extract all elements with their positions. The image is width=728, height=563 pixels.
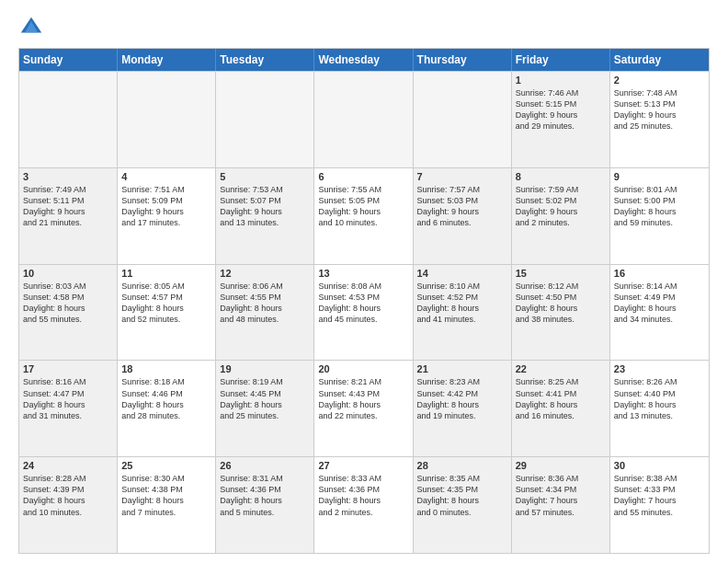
week-5: 24Sunrise: 8:28 AM Sunset: 4:39 PM Dayli…: [19, 456, 709, 553]
day-info: Sunrise: 7:46 AM Sunset: 5:15 PM Dayligh…: [516, 87, 606, 132]
day-info: Sunrise: 8:08 AM Sunset: 4:53 PM Dayligh…: [318, 281, 408, 326]
week-4: 17Sunrise: 8:16 AM Sunset: 4:47 PM Dayli…: [19, 360, 709, 456]
day-info: Sunrise: 7:48 AM Sunset: 5:13 PM Dayligh…: [614, 87, 705, 132]
day-number: 12: [220, 268, 310, 279]
day-number: 6: [318, 171, 408, 182]
day-number: 18: [121, 363, 211, 374]
day-cell-10: 10Sunrise: 8:03 AM Sunset: 4:58 PM Dayli…: [19, 265, 118, 361]
day-info: Sunrise: 8:12 AM Sunset: 4:50 PM Dayligh…: [516, 281, 606, 326]
day-info: Sunrise: 8:10 AM Sunset: 4:52 PM Dayligh…: [417, 281, 507, 326]
day-cell-6: 6Sunrise: 7:55 AM Sunset: 5:05 PM Daylig…: [314, 168, 413, 264]
day-number: 26: [220, 460, 310, 471]
day-cell-15: 15Sunrise: 8:12 AM Sunset: 4:50 PM Dayli…: [512, 265, 610, 361]
day-cell-14: 14Sunrise: 8:10 AM Sunset: 4:52 PM Dayli…: [414, 265, 512, 361]
day-info: Sunrise: 8:30 AM Sunset: 4:38 PM Dayligh…: [121, 473, 211, 518]
day-cell-28: 28Sunrise: 8:35 AM Sunset: 4:35 PM Dayli…: [414, 457, 512, 553]
day-info: Sunrise: 8:21 AM Sunset: 4:43 PM Dayligh…: [318, 376, 408, 421]
day-info: Sunrise: 7:59 AM Sunset: 5:02 PM Dayligh…: [516, 184, 606, 229]
day-cell-23: 23Sunrise: 8:26 AM Sunset: 4:40 PM Dayli…: [610, 361, 709, 456]
day-number: 11: [121, 268, 211, 279]
logo-icon: [18, 15, 44, 40]
empty-cell: [314, 72, 413, 167]
day-info: Sunrise: 8:18 AM Sunset: 4:46 PM Dayligh…: [121, 376, 211, 421]
day-number: 25: [121, 460, 211, 471]
day-cell-25: 25Sunrise: 8:30 AM Sunset: 4:38 PM Dayli…: [118, 457, 216, 553]
day-cell-26: 26Sunrise: 8:31 AM Sunset: 4:36 PM Dayli…: [216, 457, 314, 553]
day-number: 20: [318, 363, 408, 374]
header: [18, 15, 710, 40]
day-number: 13: [318, 268, 408, 279]
day-number: 15: [516, 268, 606, 279]
week-3: 10Sunrise: 8:03 AM Sunset: 4:58 PM Dayli…: [19, 264, 709, 361]
day-number: 22: [516, 363, 606, 374]
day-header-sunday: Sunday: [19, 49, 118, 71]
calendar: SundayMondayTuesdayWednesdayThursdayFrid…: [18, 48, 710, 554]
day-number: 3: [23, 171, 113, 182]
day-info: Sunrise: 8:25 AM Sunset: 4:41 PM Dayligh…: [516, 376, 606, 421]
empty-cell: [216, 72, 314, 167]
weeks: 1Sunrise: 7:46 AM Sunset: 5:15 PM Daylig…: [19, 71, 709, 553]
day-cell-29: 29Sunrise: 8:36 AM Sunset: 4:34 PM Dayli…: [512, 457, 610, 553]
day-info: Sunrise: 8:16 AM Sunset: 4:47 PM Dayligh…: [23, 376, 113, 421]
day-info: Sunrise: 8:06 AM Sunset: 4:55 PM Dayligh…: [220, 281, 310, 326]
day-cell-4: 4Sunrise: 7:51 AM Sunset: 5:09 PM Daylig…: [118, 168, 216, 264]
day-cell-17: 17Sunrise: 8:16 AM Sunset: 4:47 PM Dayli…: [19, 361, 118, 456]
day-cell-20: 20Sunrise: 8:21 AM Sunset: 4:43 PM Dayli…: [314, 361, 413, 456]
empty-cell: [19, 72, 118, 167]
day-cell-18: 18Sunrise: 8:18 AM Sunset: 4:46 PM Dayli…: [118, 361, 216, 456]
day-number: 24: [23, 460, 113, 471]
day-cell-22: 22Sunrise: 8:25 AM Sunset: 4:41 PM Dayli…: [512, 361, 610, 456]
day-number: 17: [23, 363, 113, 374]
day-cell-27: 27Sunrise: 8:33 AM Sunset: 4:36 PM Dayli…: [314, 457, 413, 553]
day-cell-13: 13Sunrise: 8:08 AM Sunset: 4:53 PM Dayli…: [314, 265, 413, 361]
day-info: Sunrise: 8:23 AM Sunset: 4:42 PM Dayligh…: [417, 376, 507, 421]
day-info: Sunrise: 8:01 AM Sunset: 5:00 PM Dayligh…: [614, 184, 705, 229]
day-info: Sunrise: 8:33 AM Sunset: 4:36 PM Dayligh…: [318, 473, 408, 518]
day-info: Sunrise: 8:36 AM Sunset: 4:34 PM Dayligh…: [516, 473, 606, 518]
day-info: Sunrise: 7:49 AM Sunset: 5:11 PM Dayligh…: [23, 184, 113, 229]
day-number: 19: [220, 363, 310, 374]
day-info: Sunrise: 8:38 AM Sunset: 4:33 PM Dayligh…: [614, 473, 705, 518]
day-info: Sunrise: 7:51 AM Sunset: 5:09 PM Dayligh…: [121, 184, 211, 229]
day-number: 5: [220, 171, 310, 182]
day-info: Sunrise: 8:26 AM Sunset: 4:40 PM Dayligh…: [614, 376, 705, 421]
day-number: 21: [417, 363, 507, 374]
day-info: Sunrise: 8:35 AM Sunset: 4:35 PM Dayligh…: [417, 473, 507, 518]
day-number: 4: [121, 171, 211, 182]
day-number: 2: [614, 75, 705, 86]
day-cell-9: 9Sunrise: 8:01 AM Sunset: 5:00 PM Daylig…: [610, 168, 709, 264]
day-info: Sunrise: 8:14 AM Sunset: 4:49 PM Dayligh…: [614, 281, 705, 326]
day-number: 27: [318, 460, 408, 471]
week-2: 3Sunrise: 7:49 AM Sunset: 5:11 PM Daylig…: [19, 167, 709, 264]
day-header-monday: Monday: [118, 49, 216, 71]
empty-cell: [414, 72, 512, 167]
day-number: 30: [614, 460, 705, 471]
day-cell-30: 30Sunrise: 8:38 AM Sunset: 4:33 PM Dayli…: [610, 457, 709, 553]
day-cell-21: 21Sunrise: 8:23 AM Sunset: 4:42 PM Dayli…: [414, 361, 512, 456]
day-cell-11: 11Sunrise: 8:05 AM Sunset: 4:57 PM Dayli…: [118, 265, 216, 361]
day-number: 7: [417, 171, 507, 182]
day-cell-12: 12Sunrise: 8:06 AM Sunset: 4:55 PM Dayli…: [216, 265, 314, 361]
day-cell-24: 24Sunrise: 8:28 AM Sunset: 4:39 PM Dayli…: [19, 457, 118, 553]
day-cell-19: 19Sunrise: 8:19 AM Sunset: 4:45 PM Dayli…: [216, 361, 314, 456]
day-header-saturday: Saturday: [610, 49, 709, 71]
day-number: 8: [516, 171, 606, 182]
day-header-thursday: Thursday: [414, 49, 512, 71]
day-info: Sunrise: 7:53 AM Sunset: 5:07 PM Dayligh…: [220, 184, 310, 229]
day-cell-7: 7Sunrise: 7:57 AM Sunset: 5:03 PM Daylig…: [414, 168, 512, 264]
logo: [18, 15, 48, 40]
day-number: 9: [614, 171, 705, 182]
day-info: Sunrise: 8:05 AM Sunset: 4:57 PM Dayligh…: [121, 281, 211, 326]
day-number: 29: [516, 460, 606, 471]
day-cell-5: 5Sunrise: 7:53 AM Sunset: 5:07 PM Daylig…: [216, 168, 314, 264]
day-headers: SundayMondayTuesdayWednesdayThursdayFrid…: [19, 49, 709, 71]
day-header-tuesday: Tuesday: [216, 49, 314, 71]
day-info: Sunrise: 7:55 AM Sunset: 5:05 PM Dayligh…: [318, 184, 408, 229]
day-cell-16: 16Sunrise: 8:14 AM Sunset: 4:49 PM Dayli…: [610, 265, 709, 361]
day-number: 14: [417, 268, 507, 279]
day-info: Sunrise: 8:28 AM Sunset: 4:39 PM Dayligh…: [23, 473, 113, 518]
day-cell-1: 1Sunrise: 7:46 AM Sunset: 5:15 PM Daylig…: [512, 72, 610, 167]
day-number: 10: [23, 268, 113, 279]
day-number: 1: [516, 75, 606, 86]
week-1: 1Sunrise: 7:46 AM Sunset: 5:15 PM Daylig…: [19, 71, 709, 167]
